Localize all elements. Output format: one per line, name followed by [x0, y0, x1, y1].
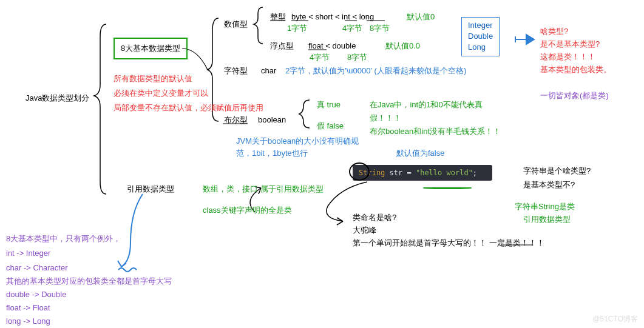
- footer-7: long -> Long: [6, 315, 50, 327]
- float-label: 浮点型: [270, 40, 294, 52]
- string-a2: 引用数据类型: [523, 213, 571, 226]
- reference-label: 引用数据类型: [127, 183, 174, 195]
- string-q1: 字符串是个啥类型?: [523, 165, 591, 177]
- integer-order: byte < short < int < long: [291, 11, 374, 23]
- wrapper-q1: 啥类型?: [540, 25, 568, 38]
- wrapper-box-l3: Long: [468, 42, 493, 53]
- footer-6: float -> Float: [6, 302, 50, 314]
- naming-q: 类命名是啥?: [353, 212, 396, 224]
- root-title: Java数据类型划分: [25, 92, 89, 104]
- float-default: 默认值0.0: [385, 40, 420, 52]
- code-str: "hello world": [416, 169, 473, 177]
- wrapper-box-l1: Integer: [468, 20, 493, 31]
- bool-label: 布尔型: [224, 114, 248, 126]
- bool-jvm2: 范，1bit，1byte也行: [236, 147, 308, 159]
- code-var: str =: [385, 169, 416, 177]
- integer-label: 整型: [270, 11, 286, 23]
- bool-int2: 假！！！: [370, 112, 401, 124]
- code-underline: [423, 187, 472, 189]
- code-circle: [349, 162, 370, 181]
- reference-note1: 数组，类，接口 属于引用数据类型: [203, 183, 324, 195]
- primitive-box: 8大基本数据类型: [114, 38, 188, 59]
- wrapper-q3: 这都是类！！！: [540, 51, 595, 63]
- wrapper-box: Integer Double Long: [461, 17, 500, 56]
- reference-note2: class关键字声明的全是类: [203, 204, 292, 216]
- double-size: 8字节: [347, 52, 367, 64]
- naming-a1: 大驼峰: [353, 224, 376, 236]
- bool-int3: 布尔boolean和int没有半毛钱关系！！: [370, 126, 501, 138]
- float-order: float < double: [308, 40, 356, 52]
- string-q2: 是基本类型不?: [523, 179, 575, 191]
- char-type: char: [261, 65, 276, 77]
- footer-3: char -> Character: [6, 262, 68, 274]
- wrapper-allobj: 一切皆对象(都是类): [540, 90, 609, 102]
- char-label: 字符型: [224, 65, 248, 77]
- float-size: 4字节: [310, 52, 330, 64]
- string-a1: 字符串String是类: [515, 201, 575, 213]
- integer-default: 默认值0: [407, 11, 435, 23]
- wrapper-q2: 是不是基本类型?: [540, 38, 600, 50]
- naming-a2: 第一个单词开始就是首字母大写的！！ 一定是类！！！: [353, 237, 544, 249]
- bool-false: 假 false: [317, 120, 344, 132]
- numeric-label: 数值型: [224, 18, 248, 30]
- bool-true: 真 true: [317, 99, 341, 111]
- default-note-1: 所有数据类型的默认值: [114, 73, 192, 85]
- footer-1: 8大基本类型中，只有两个例外，: [6, 233, 121, 245]
- code-snippet: String str = "hello world";: [353, 165, 492, 181]
- bool-int1: 在Java中，int的1和0不能代表真: [370, 99, 483, 111]
- wrapper-box-l2: Double: [468, 31, 493, 42]
- bool-jvm1: JVM关于boolean的大小没有明确规: [236, 135, 359, 147]
- footer-2: int -> Integer: [6, 247, 50, 259]
- footer-4: 其他的基本类型对应的包装类全都是首字母大写: [6, 275, 172, 287]
- default-note-2: 必须在类中定义变量才可以: [114, 87, 208, 99]
- default-note-3: 局部变量不存在默认值，必须赋值后再使用: [114, 102, 263, 114]
- footer-5: double -> Double: [6, 289, 66, 301]
- wrapper-q4: 基本类型的包装类。: [540, 64, 611, 76]
- watermark: @51CTO博客: [592, 314, 638, 324]
- long-size: 8字节: [370, 22, 390, 35]
- int-size: 4字节: [342, 22, 362, 35]
- code-semi: ;: [473, 169, 477, 177]
- byte-size: 1字节: [287, 22, 307, 35]
- naming-a2c: ！！！: [521, 238, 544, 247]
- naming-a2a: 第一个单词开始就是首字母大写的！！: [353, 238, 487, 247]
- naming-a2b: 一定是类: [489, 238, 521, 247]
- bool-type: boolean: [258, 114, 286, 126]
- bool-default: 默认值为false: [396, 147, 444, 159]
- char-note: 2字节，默认值为'\u0000' (人眼看起来貌似是个空格): [285, 65, 466, 77]
